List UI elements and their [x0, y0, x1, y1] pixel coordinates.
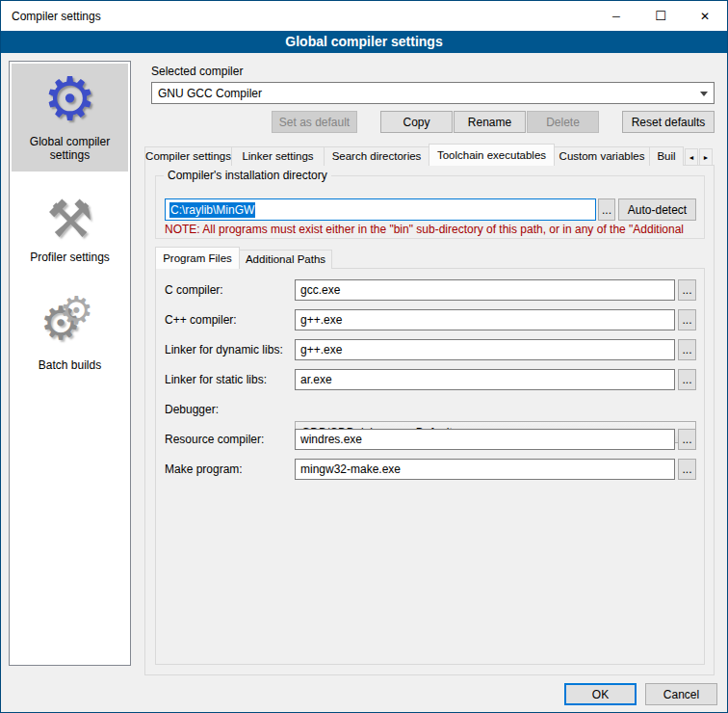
sidebar-item-batch-builds[interactable]: ⚙ ⚙ Batch builds	[12, 289, 128, 382]
cpp-compiler-input[interactable]	[295, 309, 675, 330]
c-compiler-label: C compiler:	[165, 283, 223, 297]
resource-compiler-browse-button[interactable]: ...	[678, 429, 696, 450]
rename-button[interactable]: Rename	[454, 111, 526, 133]
settings-category-list: ⚙ Global compiler settings ⚒ Profiler se…	[9, 61, 131, 666]
selected-compiler-label: Selected compiler	[151, 65, 243, 78]
minimize-icon[interactable]: ─	[594, 1, 638, 31]
set-as-default-button: Set as default	[272, 111, 357, 133]
c-compiler-browse-button[interactable]: ...	[678, 279, 696, 301]
selected-compiler-value: GNU GCC Compiler	[158, 87, 262, 100]
make-program-input[interactable]	[295, 459, 675, 480]
make-program-browse-button[interactable]: ...	[678, 459, 696, 480]
installation-directory-input[interactable]: C:\raylib\MinGW	[165, 198, 596, 221]
window-controls: ─ ☐ ✕	[594, 1, 727, 31]
sidebar-item-profiler-settings[interactable]: ⚒ Profiler settings	[12, 187, 128, 274]
compiler-settings-dialog: Compiler settings ─ ☐ ✕ Global compiler …	[0, 0, 728, 713]
linker-static-input[interactable]	[295, 369, 675, 390]
debugger-label: Debugger:	[165, 403, 219, 416]
installation-directory-value: C:\raylib\MinGW	[169, 202, 255, 218]
hammer-icon: ⚒	[46, 193, 92, 245]
resource-compiler-input[interactable]	[295, 429, 675, 450]
sidebar-item-label: Batch builds	[39, 358, 101, 372]
tab-scroll-left-icon[interactable]: ◄	[685, 148, 698, 166]
cpp-compiler-browse-button[interactable]: ...	[678, 309, 696, 330]
tab-program-files[interactable]: Program Files	[155, 247, 240, 269]
reset-defaults-button[interactable]: Reset defaults	[622, 111, 715, 133]
auto-detect-button[interactable]: Auto-detect	[618, 198, 696, 221]
c-compiler-input[interactable]	[295, 279, 675, 301]
bin-subdirectory-note: NOTE: All programs must exist either in …	[165, 223, 700, 236]
gears-icon: ⚙ ⚙	[40, 295, 100, 353]
delete-button: Delete	[527, 111, 599, 133]
tab-compiler-settings[interactable]: Compiler settings	[144, 146, 232, 166]
cancel-button[interactable]: Cancel	[645, 683, 717, 705]
sidebar-item-global-compiler-settings[interactable]: ⚙ Global compiler settings	[12, 64, 128, 172]
close-icon[interactable]: ✕	[683, 1, 727, 31]
linker-static-browse-button[interactable]: ...	[678, 369, 696, 390]
settings-tabs: Compiler settings Linker settings Search…	[144, 145, 713, 166]
chevron-down-icon	[700, 92, 708, 96]
maximize-icon[interactable]: ☐	[638, 1, 683, 31]
gear-icon: ⚙	[43, 69, 97, 129]
sidebar-item-label: Global compiler settings	[13, 135, 126, 162]
titlebar: Compiler settings ─ ☐ ✕	[1, 1, 727, 31]
tab-additional-paths[interactable]: Additional Paths	[239, 250, 332, 269]
tab-toolchain-executables[interactable]: Toolchain executables	[429, 144, 555, 166]
tab-search-directories[interactable]: Search directories	[324, 146, 429, 166]
linker-dynamic-input[interactable]	[295, 339, 675, 360]
sidebar-item-label: Profiler settings	[30, 251, 110, 264]
selected-compiler-dropdown[interactable]: GNU GCC Compiler	[151, 82, 715, 104]
linker-dynamic-label: Linker for dynamic libs:	[165, 343, 283, 356]
linker-dynamic-browse-button[interactable]: ...	[678, 339, 696, 360]
ok-button[interactable]: OK	[564, 683, 637, 705]
tab-linker-settings[interactable]: Linker settings	[231, 146, 325, 166]
tab-build-options-truncated[interactable]: Buil	[649, 146, 684, 166]
make-program-label: Make program:	[165, 462, 243, 476]
installation-directory-browse-button[interactable]: ...	[598, 198, 615, 221]
window-title: Compiler settings	[1, 10, 101, 23]
resource-compiler-label: Resource compiler:	[165, 433, 264, 446]
cpp-compiler-label: C++ compiler:	[165, 313, 237, 327]
toolchain-subtabs: Program Files Additional Paths	[155, 249, 332, 269]
tab-scroll-right-icon[interactable]: ►	[699, 148, 713, 166]
page-title: Global compiler settings	[1, 31, 727, 53]
linker-static-label: Linker for static libs:	[165, 373, 267, 386]
tab-custom-variables[interactable]: Custom variables	[554, 146, 650, 166]
installation-directory-group-label: Compiler's installation directory	[164, 169, 331, 182]
copy-button[interactable]: Copy	[380, 111, 453, 133]
